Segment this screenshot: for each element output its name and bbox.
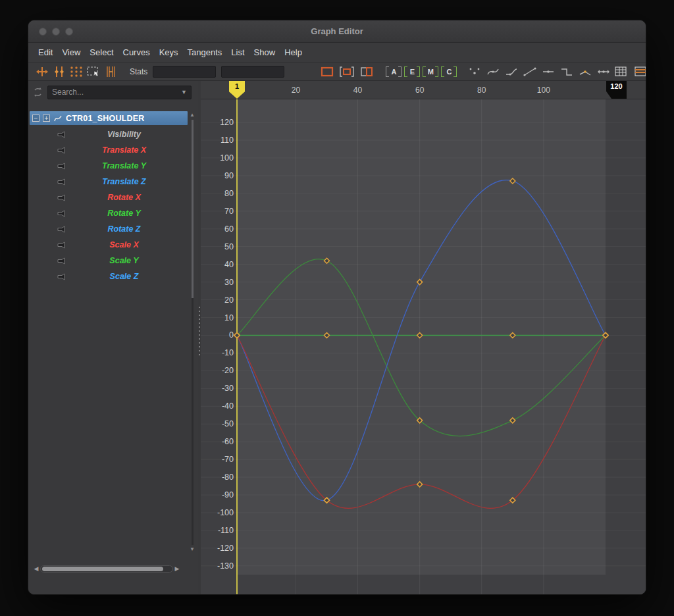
anim-curve-icon xyxy=(57,273,67,280)
channel-rotate-z[interactable]: Rotate Z xyxy=(28,221,198,237)
hscroll-track[interactable] xyxy=(40,565,173,573)
menu-help[interactable]: Help xyxy=(280,45,307,60)
linear-tangent-button[interactable] xyxy=(521,64,538,80)
svg-text:-20: -20 xyxy=(222,366,234,375)
menu-select[interactable]: Select xyxy=(85,45,118,60)
minimize-button[interactable] xyxy=(52,28,60,36)
insert-keys-tool-button[interactable] xyxy=(51,64,68,80)
tree-vertical-scrollbar[interactable]: ▲ ▼ xyxy=(189,113,195,552)
scroll-left-icon[interactable]: ◀ xyxy=(32,565,40,572)
break-tangents-icon xyxy=(579,66,592,77)
frame-playback-range-button[interactable] xyxy=(358,64,375,80)
channel-label: Scale Z xyxy=(67,272,198,281)
svg-text:50: 50 xyxy=(224,242,234,251)
channel-label: Translate X xyxy=(67,145,198,155)
titlebar[interactable]: Graph Editor xyxy=(28,20,646,43)
menu-view[interactable]: View xyxy=(57,45,85,60)
retime-tool-button[interactable] xyxy=(102,64,119,80)
scroll-right-icon[interactable]: ▶ xyxy=(173,565,181,572)
frame-all-icon xyxy=(320,66,334,78)
svg-text:30: 30 xyxy=(224,278,234,287)
region-tool-button[interactable] xyxy=(85,64,102,80)
frame-selected-icon xyxy=(340,66,354,78)
svg-text:-110: -110 xyxy=(218,526,234,535)
current-frame-marker[interactable]: 1 xyxy=(229,81,245,99)
graph-editor-window: Graph Editor EditViewSelectCurvesKeysTan… xyxy=(28,20,646,595)
search-input[interactable]: Search... ▼ xyxy=(47,86,192,99)
expand-box-icon[interactable]: + xyxy=(43,115,50,122)
break-tangents-button[interactable] xyxy=(577,64,594,80)
auto-tangent-icon xyxy=(468,66,481,77)
vscroll-track[interactable] xyxy=(192,120,194,545)
view-toggle-a[interactable]: A xyxy=(386,66,402,78)
step-tangent-icon xyxy=(560,66,573,77)
channel-outliner-panel: Search... ▼ − + CTR01_SHOULDER Visibilit… xyxy=(28,81,198,594)
tree-horizontal-scrollbar[interactable]: ◀ ▶ xyxy=(32,564,181,573)
menu-keys[interactable]: Keys xyxy=(155,45,183,60)
vscroll-thumb[interactable] xyxy=(192,120,194,298)
zoom-button[interactable] xyxy=(65,28,73,36)
channel-translate-z[interactable]: Translate Z xyxy=(28,174,198,190)
window-title: Graph Editor xyxy=(311,26,363,36)
spline-tangent-icon xyxy=(486,66,500,77)
end-frame-marker[interactable]: 120 xyxy=(606,81,627,99)
channel-visibility[interactable]: Visibility xyxy=(28,126,198,142)
curve-snapshot-button[interactable] xyxy=(612,64,629,80)
spline-tangent-button[interactable] xyxy=(484,64,502,80)
anim-curve-icon xyxy=(57,178,67,186)
menu-list[interactable]: List xyxy=(226,45,249,60)
channel-label: Rotate Z xyxy=(67,224,198,234)
channel-translate-x[interactable]: Translate X xyxy=(28,142,198,158)
chevron-down-icon: ▼ xyxy=(181,89,187,95)
anim-curve-icon xyxy=(57,242,67,249)
channel-rotate-y[interactable]: Rotate Y xyxy=(28,205,198,221)
scroll-down-icon[interactable]: ▼ xyxy=(190,547,195,552)
view-toggle-e[interactable]: E xyxy=(404,66,420,78)
clamped-tangent-button[interactable] xyxy=(503,64,520,80)
graph-canvas[interactable]: 1201101009080706050403020100-10-20-30-40… xyxy=(201,99,646,594)
frame-all-button[interactable] xyxy=(319,64,336,80)
main-area: Search... ▼ − + CTR01_SHOULDER Visibilit… xyxy=(28,81,646,594)
step-tangent-button[interactable] xyxy=(558,64,575,80)
channel-scale-y[interactable]: Scale Y xyxy=(28,253,198,269)
filter-cycle-icon[interactable] xyxy=(32,87,43,97)
graph-column: 204060801001120 120110100908070605040302… xyxy=(201,81,646,594)
auto-tangent-button[interactable] xyxy=(466,64,483,80)
collapse-box-icon[interactable]: − xyxy=(32,115,39,122)
svg-text:-80: -80 xyxy=(222,473,234,482)
channel-translate-y[interactable]: Translate Y xyxy=(28,158,198,174)
flat-tangent-button[interactable] xyxy=(540,64,557,80)
channel-label: Translate Y xyxy=(67,161,198,170)
stats-value-field-2[interactable] xyxy=(221,66,284,78)
menu-curves[interactable]: Curves xyxy=(118,45,155,60)
search-row: Search... ▼ xyxy=(28,81,198,103)
region-select-icon xyxy=(86,65,101,78)
time-ruler[interactable]: 204060801001120 xyxy=(201,81,646,99)
channel-scale-z[interactable]: Scale Z xyxy=(28,269,198,284)
buffer-curves-button[interactable] xyxy=(632,64,646,80)
scroll-up-icon[interactable]: ▲ xyxy=(190,113,195,118)
node-row-ctr01-shoulder[interactable]: − + CTR01_SHOULDER xyxy=(30,111,188,125)
lattice-deform-keys-tool-button[interactable] xyxy=(68,64,85,80)
view-toggle-c[interactable]: C xyxy=(441,66,457,78)
unify-tangents-button[interactable] xyxy=(595,64,612,80)
channel-rotate-x[interactable]: Rotate X xyxy=(28,190,198,205)
channel-scale-x[interactable]: Scale X xyxy=(28,237,198,253)
close-button[interactable] xyxy=(39,28,47,36)
menu-tangents[interactable]: Tangents xyxy=(183,45,227,60)
anim-curve-icon xyxy=(57,210,67,217)
stats-value-field-1[interactable] xyxy=(153,66,216,78)
menu-show[interactable]: Show xyxy=(249,45,280,60)
menu-edit[interactable]: Edit xyxy=(34,45,57,60)
frame-selected-button[interactable] xyxy=(338,64,355,80)
channel-list: VisibilityTranslate XTranslate YTranslat… xyxy=(28,126,198,284)
ruler-tick-20: 20 xyxy=(292,86,300,95)
svg-text:-30: -30 xyxy=(222,384,234,393)
move-nearest-key-tool-button[interactable] xyxy=(34,64,51,80)
hscroll-thumb[interactable] xyxy=(42,567,163,571)
svg-text:20: 20 xyxy=(224,295,234,305)
anim-curve-icon xyxy=(57,226,67,233)
anim-curve-icon xyxy=(57,163,67,170)
view-toggle-m[interactable]: M xyxy=(423,66,438,78)
ruler-tick-60: 60 xyxy=(415,86,424,95)
